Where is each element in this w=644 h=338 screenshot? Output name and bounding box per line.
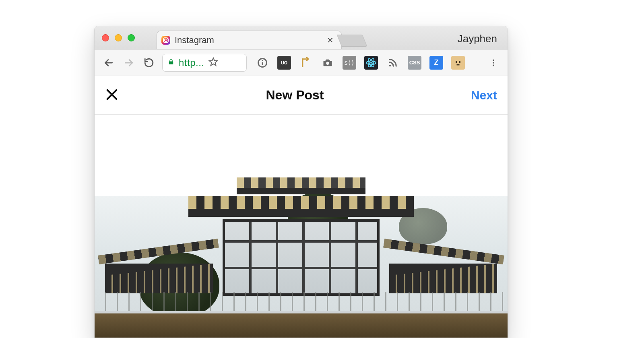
instagram-favicon-icon <box>161 35 171 45</box>
window-minimize-button[interactable] <box>115 34 122 41</box>
browser-window: Instagram ✕ Jayphen http... <box>94 26 508 338</box>
browser-tab[interactable]: Instagram ✕ <box>157 31 342 49</box>
svg-rect-20 <box>457 64 460 65</box>
reload-button[interactable] <box>142 56 156 70</box>
tab-close-button[interactable]: ✕ <box>324 35 336 45</box>
extension-css-icon[interactable]: CSS <box>408 56 421 70</box>
app-subbar <box>95 115 508 137</box>
profile-name[interactable]: Jayphen <box>458 33 497 45</box>
page-title: New Post <box>266 88 324 103</box>
post-canvas[interactable] <box>95 137 508 338</box>
tab-title: Instagram <box>175 35 320 45</box>
svg-point-21 <box>493 59 494 61</box>
svg-text:UO: UO <box>281 60 287 65</box>
svg-rect-19 <box>459 61 460 63</box>
extension-z-icon[interactable]: Z <box>429 56 443 70</box>
extension-jquery-icon[interactable]: $() <box>343 56 356 70</box>
bookmark-star-icon[interactable] <box>208 57 218 68</box>
extension-ruler-icon[interactable] <box>299 56 313 70</box>
forward-button[interactable] <box>122 56 136 70</box>
svg-rect-18 <box>456 61 457 63</box>
extension-camera-icon[interactable] <box>321 56 334 70</box>
titlebar: Instagram ✕ Jayphen <box>95 26 508 49</box>
browser-toolbar: http... UO $() <box>95 49 508 76</box>
back-button[interactable] <box>102 56 116 70</box>
svg-point-23 <box>493 64 494 66</box>
url-text: http... <box>179 57 204 68</box>
svg-rect-0 <box>161 36 170 45</box>
svg-point-15 <box>370 62 372 63</box>
extensions-row: UO $() CSS Z <box>256 56 465 70</box>
window-zoom-button[interactable] <box>128 34 135 41</box>
next-button[interactable]: Next <box>471 89 497 102</box>
extension-react-icon[interactable] <box>364 56 378 70</box>
svg-point-11 <box>326 62 329 64</box>
extension-ublock-icon[interactable]: UO <box>277 56 291 70</box>
svg-point-9 <box>262 60 263 61</box>
extension-feed-icon[interactable] <box>386 56 400 70</box>
extension-face-icon[interactable] <box>451 56 465 70</box>
window-controls <box>102 34 135 41</box>
address-bar[interactable]: http... <box>162 54 247 72</box>
new-tab-button[interactable] <box>337 35 367 47</box>
extension-info-icon[interactable] <box>256 56 269 70</box>
svg-marker-6 <box>209 58 217 66</box>
svg-point-22 <box>493 62 494 64</box>
svg-point-3 <box>167 38 168 39</box>
post-image <box>95 196 508 338</box>
app-header: New Post Next <box>95 76 508 115</box>
svg-point-16 <box>389 64 391 66</box>
svg-rect-17 <box>453 58 462 67</box>
close-button[interactable] <box>105 88 119 103</box>
window-close-button[interactable] <box>102 34 109 41</box>
lock-icon <box>167 58 175 67</box>
browser-menu-button[interactable] <box>487 56 500 70</box>
